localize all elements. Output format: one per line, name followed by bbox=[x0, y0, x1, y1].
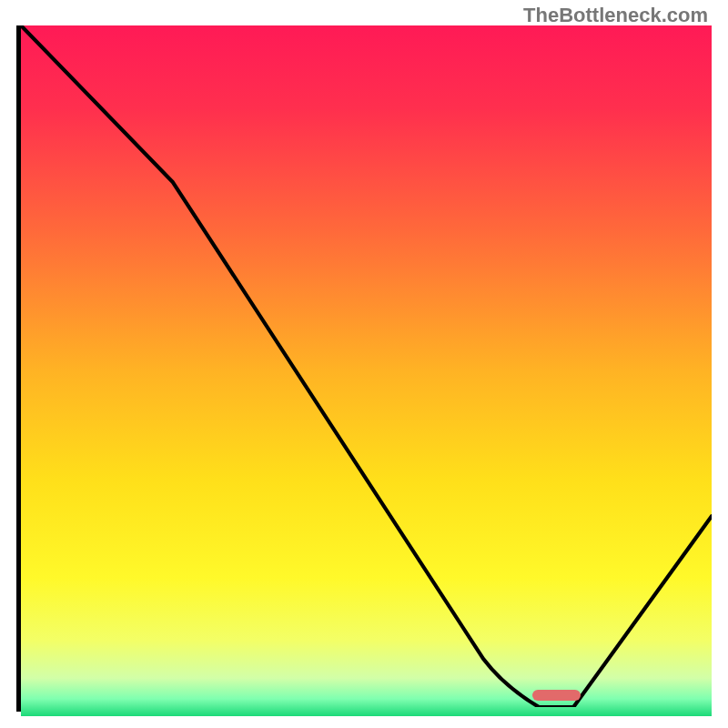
watermark-text: TheBottleneck.com bbox=[523, 4, 708, 27]
plot-area bbox=[16, 25, 712, 712]
curve-line bbox=[21, 25, 712, 707]
optimum-marker bbox=[532, 690, 581, 701]
